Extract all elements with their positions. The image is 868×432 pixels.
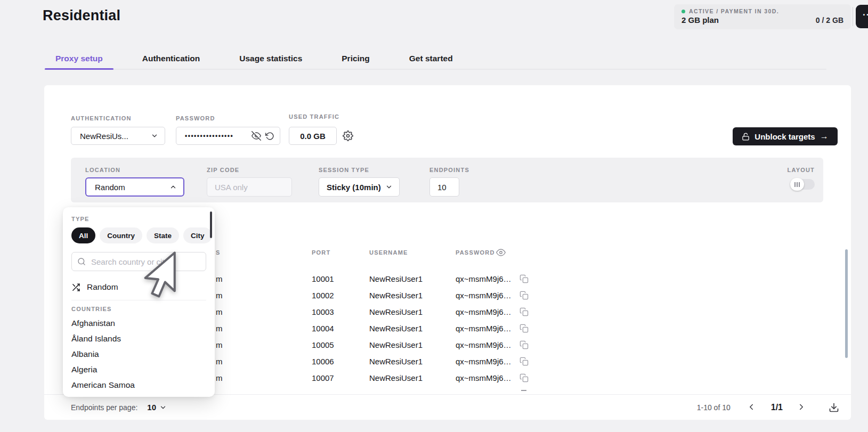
- username-cell: NewResiUser1: [369, 370, 423, 386]
- endpoints-input[interactable]: [429, 177, 459, 197]
- residential-proxy-page: Residential ACTIVE / PAYMENT IN 30D. 2 G…: [0, 0, 868, 432]
- endpoint-cell-fragment: m: [216, 337, 223, 353]
- endpoint-cell-fragment: m: [216, 353, 223, 370]
- type-pill-group: All Country State City: [71, 227, 206, 243]
- pagination: 1-10 of 10 1/1: [697, 402, 839, 413]
- download-icon: [829, 402, 839, 413]
- type-pill-country[interactable]: Country: [100, 227, 142, 243]
- random-option-label: Random: [87, 282, 118, 292]
- chevron-left-icon: [747, 402, 756, 412]
- copy-button[interactable]: [520, 307, 529, 316]
- authentication-user-select[interactable]: NewResiUs...: [71, 127, 165, 145]
- download-endpoints-button[interactable]: [829, 402, 839, 413]
- dropdown-divider: [71, 300, 206, 300]
- previous-page-button[interactable]: [747, 402, 757, 413]
- country-option-albania[interactable]: Albania: [71, 346, 206, 362]
- copy-icon: [520, 307, 529, 316]
- tab-pricing[interactable]: Pricing: [342, 51, 370, 69]
- tab-bar: Proxy setup Authentication Usage statist…: [44, 51, 826, 70]
- session-type-label: SESSION TYPE: [319, 167, 369, 173]
- next-page-button[interactable]: [797, 402, 807, 413]
- copy-icon: [520, 324, 529, 333]
- country-option-algeria[interactable]: Algeria: [71, 362, 206, 377]
- zip-code-label: ZIP CODE: [207, 167, 239, 173]
- unblock-targets-button[interactable]: Unblock targets →: [733, 127, 838, 145]
- layout-toggle[interactable]: [790, 179, 815, 190]
- username-column-header: USERNAME: [369, 249, 408, 256]
- badge-separator: [853, 7, 853, 26]
- country-option-aland-islands[interactable]: Åland Islands: [71, 331, 206, 346]
- port-cell: 10001: [312, 271, 334, 287]
- gear-icon: [343, 131, 353, 141]
- endpoint-cell-fragment: m: [216, 304, 223, 320]
- chevron-down-icon: [385, 183, 393, 191]
- type-pill-all[interactable]: All: [71, 227, 95, 243]
- unblock-targets-label: Unblock targets: [755, 132, 815, 141]
- country-option-american-samoa[interactable]: American Samoa: [71, 377, 206, 393]
- password-column-header: PASSWORD: [456, 249, 495, 256]
- plan-status-text: ACTIVE / PAYMENT IN 30D.: [689, 8, 779, 14]
- country-search-input[interactable]: [71, 252, 206, 271]
- username-cell: NewResiUser1: [369, 353, 423, 370]
- country-option-afghanistan[interactable]: Afghanistan: [71, 315, 206, 331]
- next-row-clipped-hint: [521, 390, 526, 391]
- unlock-icon: [742, 133, 750, 141]
- password-field[interactable]: ••••••••••••••••: [176, 127, 280, 145]
- copy-icon: [520, 274, 529, 283]
- used-traffic-value: 0.0 GB: [289, 127, 337, 145]
- port-cell: 10007: [312, 370, 334, 386]
- copy-button[interactable]: [520, 340, 529, 349]
- layout-list-icon: [790, 178, 804, 191]
- port-cell: 10002: [312, 287, 334, 304]
- copy-button[interactable]: [520, 274, 529, 283]
- shuffle-icon: [71, 283, 80, 292]
- tab-authentication[interactable]: Authentication: [142, 51, 200, 69]
- location-select[interactable]: Random: [85, 177, 184, 197]
- reset-password-icon[interactable]: [265, 132, 274, 141]
- type-pill-state[interactable]: State: [147, 227, 179, 243]
- endpoint-cell-fragment: m: [216, 271, 223, 287]
- plan-name: 2 GB plan: [682, 15, 719, 25]
- country-search: [71, 252, 206, 271]
- session-type-select[interactable]: Sticky (10min): [319, 177, 400, 197]
- copy-icon: [520, 340, 529, 349]
- endpoint-cell-fragment: m: [216, 370, 223, 386]
- password-masked-value: ••••••••••••••••: [185, 127, 252, 145]
- location-value: Random: [95, 183, 125, 192]
- password-cell: qx~msmM9j6…: [456, 370, 512, 386]
- port-column-header: PORT: [312, 249, 330, 256]
- show-passwords-button[interactable]: [496, 248, 506, 257]
- location-dropdown: TYPE All Country State City Random COUNT…: [63, 207, 215, 397]
- page-indicator: 1/1: [771, 403, 783, 412]
- per-page-value: 10: [147, 403, 156, 412]
- password-label: PASSWORD: [176, 115, 215, 121]
- password-cell: qx~msmM9j6…: [456, 337, 512, 353]
- copy-icon: [520, 357, 529, 366]
- tab-usage-statistics[interactable]: Usage statistics: [239, 51, 302, 69]
- tab-proxy-setup[interactable]: Proxy setup: [55, 51, 103, 69]
- traffic-settings-button[interactable]: [343, 131, 353, 141]
- username-cell: NewResiUser1: [369, 320, 423, 337]
- plan-badge: ACTIVE / PAYMENT IN 30D. 2 GB plan 0 / 2…: [674, 4, 851, 29]
- tab-get-started[interactable]: Get started: [409, 51, 453, 69]
- zip-code-input[interactable]: [207, 177, 292, 197]
- per-page-control[interactable]: Endpoints per page: 10: [71, 403, 167, 412]
- copy-button[interactable]: [520, 373, 529, 382]
- dropdown-scrollbar[interactable]: [210, 211, 212, 238]
- username-cell: NewResiUser1: [369, 337, 423, 353]
- eye-off-icon[interactable]: [252, 131, 261, 141]
- authentication-user-value: NewResiUs...: [80, 132, 128, 141]
- search-icon: [77, 257, 86, 266]
- random-option[interactable]: Random: [71, 279, 206, 296]
- plan-menu-button[interactable]: ···: [856, 5, 868, 28]
- copy-button[interactable]: [520, 291, 529, 300]
- password-cell: qx~msmM9j6…: [456, 304, 512, 320]
- type-pill-city[interactable]: City: [183, 227, 212, 243]
- port-cell: 10003: [312, 304, 334, 320]
- copy-button[interactable]: [520, 324, 529, 333]
- endpoint-cell-fragment: m: [216, 287, 223, 304]
- copy-button[interactable]: [520, 357, 529, 366]
- location-label: LOCATION: [85, 167, 120, 173]
- table-footer: Endpoints per page: 10 1-10 of 10 1/1: [44, 395, 851, 420]
- table-scrollbar[interactable]: [845, 249, 848, 358]
